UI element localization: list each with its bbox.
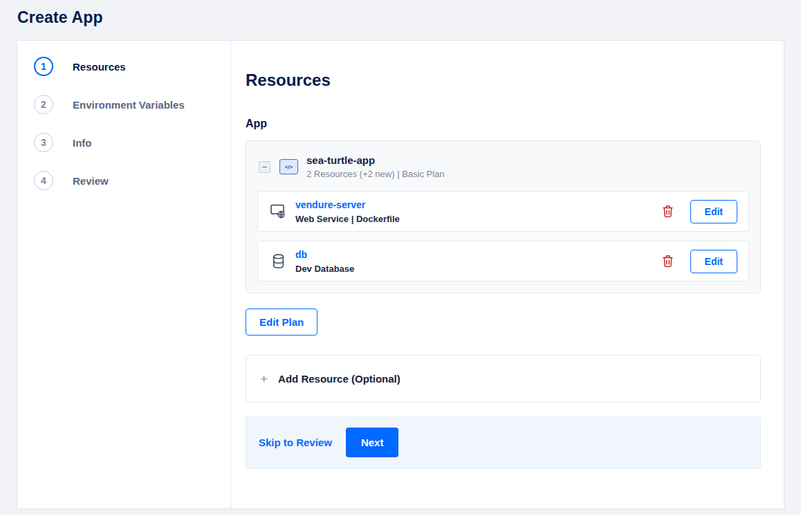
delete-icon[interactable]: [662, 255, 674, 268]
resource-meta: Web Service | Dockerfile: [295, 214, 400, 224]
edit-button[interactable]: Edit: [690, 200, 737, 223]
database-icon: [269, 254, 287, 268]
step-label-environment-variables: Environment Variables: [73, 99, 185, 111]
resource-row-db: db Dev Database Edit: [257, 241, 749, 282]
step-label-review: Review: [73, 175, 109, 187]
app-group-name: sea-turtle-app: [306, 154, 445, 166]
app-group-meta: 2 Resources (+2 new) | Basic Plan: [306, 169, 445, 179]
step-label-info: Info: [73, 137, 92, 149]
footer-actions: Skip to Review Next: [246, 416, 761, 469]
stepper-item-info[interactable]: 3 Info: [34, 133, 230, 152]
stepper-item-environment-variables[interactable]: 2 Environment Variables: [34, 95, 230, 114]
resource-name-link[interactable]: db: [295, 249, 307, 260]
skip-to-review-link[interactable]: Skip to Review: [259, 437, 332, 448]
stepper-item-review[interactable]: 4 Review: [34, 171, 230, 190]
stepper: 1 Resources 2 Environment Variables 3 In…: [17, 41, 231, 508]
create-app-card: 1 Resources 2 Environment Variables 3 In…: [17, 40, 784, 509]
step-number-4: 4: [34, 171, 53, 190]
resource-rows: vendure-server Web Service | Dockerfile: [257, 191, 749, 282]
app-group-card: − </> sea-turtle-app 2 Resources (+2 new…: [246, 140, 761, 293]
app-group-titles: sea-turtle-app 2 Resources (+2 new) | Ba…: [306, 154, 445, 179]
add-resource-card[interactable]: + Add Resource (Optional): [246, 355, 761, 403]
next-button[interactable]: Next: [346, 428, 399, 457]
bottom-strip: [0, 515, 801, 532]
resource-text: db Dev Database: [295, 248, 354, 274]
step-label-resources: Resources: [73, 61, 126, 73]
edit-button[interactable]: Edit: [690, 250, 737, 273]
code-icon: </>: [279, 159, 298, 174]
app-section-label: App: [246, 118, 761, 130]
content-heading: Resources: [246, 71, 761, 90]
resource-text: vendure-server Web Service | Dockerfile: [295, 199, 400, 224]
step-number-1: 1: [34, 57, 53, 76]
resource-actions: Edit: [662, 200, 737, 223]
stepper-item-resources[interactable]: 1 Resources: [34, 57, 230, 76]
step-number-2: 2: [34, 95, 53, 114]
resource-meta: Dev Database: [295, 264, 354, 274]
resource-name-link[interactable]: vendure-server: [295, 199, 365, 210]
plus-icon: +: [260, 374, 268, 385]
resources-content: Resources App − </> sea-turtle-app 2 Res…: [231, 41, 784, 508]
delete-icon[interactable]: [662, 205, 674, 218]
page-title: Create App: [17, 8, 801, 27]
web-service-icon: [269, 204, 287, 219]
collapse-button[interactable]: −: [259, 161, 270, 173]
step-number-3: 3: [34, 133, 53, 152]
resource-row-vendure-server: vendure-server Web Service | Dockerfile: [257, 191, 749, 232]
app-group-header: − </> sea-turtle-app 2 Resources (+2 new…: [246, 141, 760, 191]
resource-actions: Edit: [662, 250, 737, 273]
edit-plan-button[interactable]: Edit Plan: [246, 309, 317, 336]
add-resource-label: Add Resource (Optional): [278, 373, 400, 385]
